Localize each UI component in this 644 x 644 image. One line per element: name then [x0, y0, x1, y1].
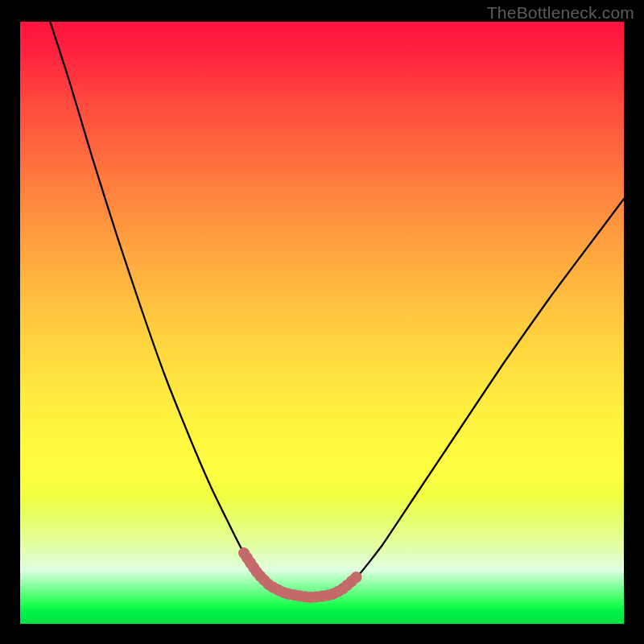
plot-svg [20, 22, 624, 624]
chart-area [20, 22, 624, 624]
watermark-text: TheBottleneck.com [487, 3, 634, 23]
valley-marker [244, 553, 358, 597]
bottleneck-curve [47, 14, 624, 597]
